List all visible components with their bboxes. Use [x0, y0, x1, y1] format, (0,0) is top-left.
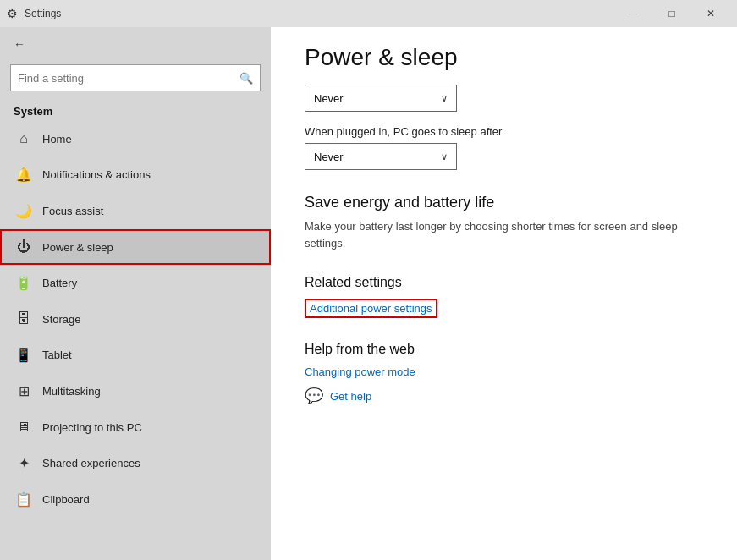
- dropdown1-arrow-icon: ∨: [441, 93, 448, 104]
- storage-icon: 🗄: [15, 311, 32, 327]
- home-icon: ⌂: [15, 131, 32, 146]
- focus-icon: 🌙: [15, 203, 32, 219]
- sidebar-item-label-notifications: Notifications & actions: [42, 168, 151, 181]
- power-icon: ⏻: [15, 239, 32, 255]
- battery-icon: 🔋: [15, 275, 32, 291]
- plugged-sleep-dropdown[interactable]: Never ∨: [305, 143, 457, 170]
- sidebar-section-title: System: [0, 98, 271, 121]
- sidebar: ← 🔍 System ⌂ Home 🔔 Notifications & acti…: [0, 27, 271, 560]
- sidebar-item-clipboard[interactable]: 📋 Clipboard: [0, 481, 271, 518]
- changing-power-mode-link[interactable]: Changing power mode: [305, 365, 703, 378]
- sidebar-item-label-power: Power & sleep: [42, 241, 113, 254]
- plugged-sleep-dropdown-row: When plugged in, PC goes to sleep after …: [305, 125, 703, 170]
- plugged-sleep-value: Never: [314, 151, 344, 163]
- back-button[interactable]: ←: [0, 27, 271, 61]
- sidebar-item-projecting[interactable]: 🖥 Projecting to this PC: [0, 409, 271, 445]
- sidebar-item-battery[interactable]: 🔋 Battery: [0, 265, 271, 301]
- screen-sleep-dropdown[interactable]: Never ∨: [305, 85, 457, 112]
- sidebar-item-label-storage: Storage: [42, 313, 81, 326]
- sidebar-item-notifications[interactable]: 🔔 Notifications & actions: [0, 156, 271, 193]
- plugged-sleep-label: When plugged in, PC goes to sleep after: [305, 125, 703, 138]
- sidebar-item-focus[interactable]: 🌙 Focus assist: [0, 193, 271, 229]
- sidebar-item-label-projecting: Projecting to this PC: [42, 421, 142, 434]
- related-settings-heading: Related settings: [305, 275, 703, 290]
- minimize-button[interactable]: ─: [613, 0, 652, 27]
- title-bar-title: Settings: [25, 8, 61, 19]
- page-title: Power & sleep: [305, 44, 703, 71]
- changing-power-label: Changing power mode: [305, 365, 415, 378]
- title-bar: ⚙ Settings ─ □ ✕: [0, 0, 737, 27]
- save-energy-heading: Save energy and battery life: [305, 194, 703, 211]
- sidebar-item-label-battery: Battery: [42, 277, 77, 289]
- window-controls: ─ □ ✕: [613, 0, 730, 27]
- sidebar-item-multitasking[interactable]: ⊞ Multitasking: [0, 373, 271, 409]
- projecting-icon: 🖥: [15, 420, 32, 435]
- app-body: ← 🔍 System ⌂ Home 🔔 Notifications & acti…: [0, 27, 737, 560]
- sidebar-item-storage[interactable]: 🗄 Storage: [0, 301, 271, 337]
- help-heading: Help from the web: [305, 342, 703, 357]
- multitasking-icon: ⊞: [15, 383, 32, 399]
- get-help-icon: 💬: [305, 387, 323, 405]
- get-help-link[interactable]: 💬 Get help: [305, 387, 703, 405]
- sidebar-item-tablet[interactable]: 📱 Tablet: [0, 337, 271, 373]
- additional-power-settings-link[interactable]: Additional power settings: [305, 299, 437, 318]
- notifications-icon: 🔔: [15, 167, 32, 183]
- search-icon: 🔍: [239, 72, 253, 85]
- sidebar-item-label-tablet: Tablet: [42, 349, 72, 361]
- sidebar-item-label-focus: Focus assist: [42, 205, 103, 217]
- screen-sleep-dropdown-row: Never ∨: [305, 85, 703, 112]
- screen-sleep-value: Never: [314, 92, 344, 105]
- settings-window-icon: ⚙: [7, 7, 18, 20]
- get-help-label: Get help: [330, 390, 371, 403]
- clipboard-icon: 📋: [15, 491, 32, 508]
- sidebar-item-label-multitasking: Multitasking: [42, 385, 101, 398]
- tablet-icon: 📱: [15, 347, 32, 363]
- sidebar-item-shared[interactable]: ✦ Shared experiences: [0, 445, 271, 481]
- sidebar-item-power[interactable]: ⏻ Power & sleep: [0, 229, 271, 265]
- search-box[interactable]: 🔍: [10, 64, 261, 91]
- back-icon: ←: [14, 37, 25, 51]
- sidebar-item-home[interactable]: ⌂ Home: [0, 121, 271, 156]
- shared-icon: ✦: [15, 455, 32, 471]
- sidebar-item-label-shared: Shared experiences: [42, 457, 140, 469]
- dropdown2-arrow-icon: ∨: [441, 151, 448, 162]
- save-energy-text: Make your battery last longer by choosin…: [305, 218, 703, 251]
- restore-button[interactable]: □: [652, 0, 691, 27]
- search-input[interactable]: [18, 72, 239, 85]
- sidebar-item-label-clipboard: Clipboard: [42, 493, 90, 506]
- main-content: Power & sleep Never ∨ When plugged in, P…: [271, 27, 737, 560]
- close-button[interactable]: ✕: [691, 0, 730, 27]
- sidebar-item-label-home: Home: [42, 133, 72, 145]
